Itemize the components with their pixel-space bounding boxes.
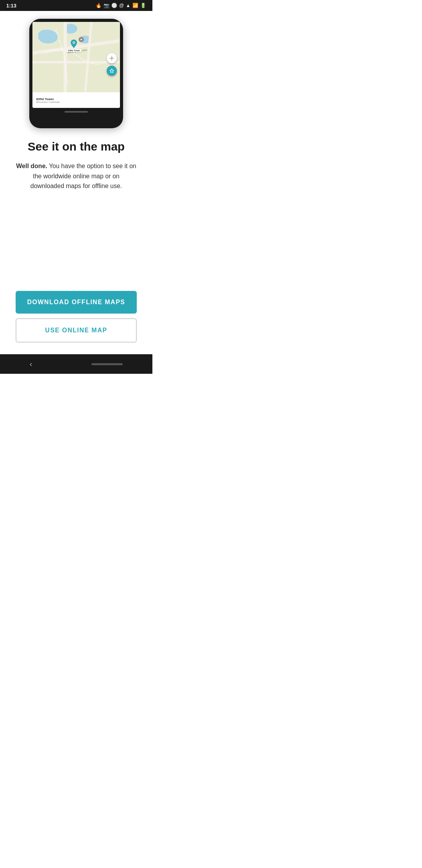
info-bar-title: Eiffel Tower [36,97,60,101]
camera-icon: 📷 [104,3,109,8]
location-button[interactable] [107,53,117,63]
status-icons: 🔥 📷 ⚪ @ ▲ 📶 🔋 [96,3,146,8]
status-time: 1:13 [6,3,16,9]
use-online-map-button[interactable]: USE ONLINE MAP [16,318,137,343]
main-title: See it on the map [16,140,137,153]
phone-home-indicator [64,111,88,113]
content-area: See it on the map Well done. You have th… [0,140,152,291]
info-bar: Eiffel Tower Monument / Landmark [32,92,120,108]
description-bold: Well done. [16,163,47,169]
phone-mockup-area: Avenue Gustave Eiffel Eiffel Tower [0,11,152,140]
system-back-button[interactable]: ‹ [30,360,32,368]
home-indicator-bar [91,363,123,365]
phone-bottom [32,108,120,116]
bookmark-button[interactable] [107,66,117,76]
phone-screen: Avenue Gustave Eiffel Eiffel Tower [32,22,120,108]
svg-point-3 [80,39,82,40]
battery-icon: 🔋 [140,3,146,8]
svg-point-1 [73,42,75,43]
map-pin-secondary [79,37,84,42]
description: Well done. You have the option to see it… [16,161,137,191]
wifi-icon: ▲ [126,3,131,8]
bottom-nav: ‹ [0,354,152,374]
status-bar: 1:13 🔥 📷 ⚪ @ ▲ 📶 🔋 [0,0,152,11]
info-bar-text: Eiffel Tower Monument / Landmark [36,97,60,103]
signal-icon: 📶 [132,3,138,8]
pin-label-eiffel: Eiffel Tower [67,49,81,52]
map-area: Avenue Gustave Eiffel Eiffel Tower [32,22,120,92]
buttons-area: DOWNLOAD OFFLINE MAPS USE ONLINE MAP [0,291,152,354]
circle-icon: ⚪ [111,3,117,8]
pin-svg [71,39,77,48]
download-offline-maps-button[interactable]: DOWNLOAD OFFLINE MAPS [16,291,137,314]
flame-icon: 🔥 [96,3,102,8]
svg-point-4 [111,57,113,59]
info-bar-subtitle: Monument / Landmark [36,101,60,103]
svg-marker-5 [110,69,114,73]
phone-frame: Avenue Gustave Eiffel Eiffel Tower [29,19,123,128]
at-icon: @ [119,3,124,8]
